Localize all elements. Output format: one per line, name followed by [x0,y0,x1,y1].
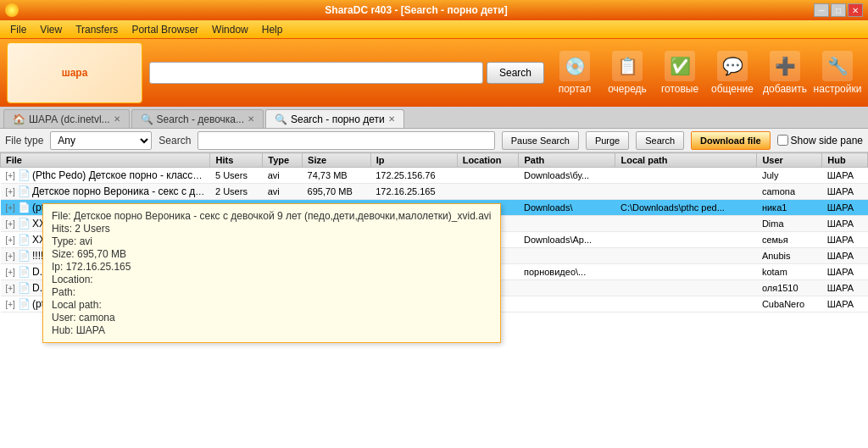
expand-btn[interactable]: [+] [6,268,15,277]
settings-icon: 🔧 [822,51,853,81]
menu-window[interactable]: Window [205,22,255,37]
maximize-button[interactable]: □ [831,3,846,17]
pause-search-button[interactable]: Pause Search [502,131,579,150]
title-bar: SharaDC r403 - [Search - порно дети] ─ □… [0,0,868,20]
portal-icon: 💿 [559,51,590,81]
col-path[interactable]: Path [519,153,615,168]
expand-btn[interactable]: [+] [6,284,15,293]
table-cell: C:\Downloads\pthc ped... [615,200,757,216]
tab-search1[interactable]: 🔍 Search - девочка... ✕ [131,109,264,128]
col-user[interactable]: User [757,153,822,168]
search-button[interactable]: Search [636,131,684,150]
main-search-area: Search [149,62,544,84]
ready-icon: ✅ [665,51,695,81]
file-icon: 📄 [18,169,31,181]
table-row[interactable]: [+] 📄(Pthc Pedo) Детское порно - классик… [1,168,868,184]
menu-transfers[interactable]: Transfers [69,22,125,37]
file-tooltip: File: Детское порно Вероника - секс с де… [42,203,501,343]
table-cell [519,184,615,200]
tab-search1-close[interactable]: ✕ [248,114,254,124]
tab-shara-label: ШАРА (dc.inetvl... [29,113,110,125]
filetype-select[interactable]: Any [50,131,152,150]
col-hits[interactable]: Hits [210,153,263,168]
menu-help[interactable]: Help [255,22,290,37]
col-size[interactable]: Size [303,153,371,168]
file-name: (Pthc Pedo) Детское порно - классик... [32,169,210,181]
filetype-label: File type [5,135,43,147]
table-cell: Anubis [757,248,822,264]
menu-view[interactable]: View [33,22,69,37]
download-file-button[interactable]: Download file [691,131,771,150]
menu-bar: File View Transfers Portal Browser Windo… [0,20,868,39]
col-ip[interactable]: Ip [370,153,457,168]
window-title: SharaDC r403 - [Search - порно дети] [19,4,814,16]
toolbar-portal[interactable]: 💿 портал [551,51,598,95]
tooltip-local-path: Local path: [52,299,492,311]
table-cell: ШАРА [822,280,868,296]
menu-portal-browser[interactable]: Portal Browser [125,22,205,37]
file-name: Детское порно Вероника - секс с де... [32,185,209,197]
toolbar-queue[interactable]: 📋 очередь [604,51,651,95]
table-cell: 5 Users [210,168,263,184]
tooltip-user: User: camona [52,312,492,324]
table-cell [457,168,519,184]
main-search-input[interactable] [149,62,483,84]
menu-file[interactable]: File [3,22,33,37]
file-icon: 📄 [18,234,31,246]
table-cell: ШАРА [822,296,868,312]
table-cell [615,168,757,184]
toolbar-icons: 💿 портал 📋 очередь ✅ готовые 💬 общение ➕… [551,51,861,95]
table-cell: avi [263,168,303,184]
col-type[interactable]: Type [263,153,303,168]
file-icon: 📄 [18,185,31,197]
table-container[interactable]: File Hits Type Size Ip Location Path Loc… [0,152,868,448]
table-row[interactable]: [+] 📄Детское порно Вероника - секс с де.… [1,184,868,200]
table-cell [519,296,615,312]
search-filter-input[interactable] [198,131,494,150]
table-cell: ШАРА [822,216,868,232]
portal-label: портал [559,83,592,95]
file-icon: 📄 [18,218,31,230]
col-hub[interactable]: Hub [822,153,868,168]
expand-btn[interactable]: [+] [6,235,15,245]
table-cell: семья [757,232,822,248]
table-cell: kotam [757,264,822,280]
table-cell: [+] 📄Детское порно Вероника - секс с де.… [1,184,210,200]
show-side-pane-checkbox[interactable] [777,135,788,146]
table-cell [519,248,615,264]
app-icon [5,3,19,17]
expand-btn[interactable]: [+] [6,219,15,229]
expand-btn[interactable]: [+] [6,187,15,196]
purge-button[interactable]: Purge [586,131,629,150]
table-cell: Dima [757,216,822,232]
main-search-button[interactable]: Search [487,62,544,84]
table-cell [615,216,757,232]
tab-shara[interactable]: 🏠 ШАРА (dc.inetvl... ✕ [3,109,130,128]
expand-btn[interactable]: [+] [6,252,15,261]
expand-btn[interactable]: [+] [6,171,15,180]
tooltip-type: Type: avi [52,235,492,247]
toolbar-ready[interactable]: ✅ готовые [656,51,704,95]
toolbar-settings[interactable]: 🔧 настройки [814,51,861,95]
table-cell: Downloads\Ap... [519,232,615,248]
col-local-path[interactable]: Local path [615,153,757,168]
table-cell: 74,73 MB [303,168,371,184]
show-side-pane-label[interactable]: Show side pane [777,135,863,147]
close-button[interactable]: ✕ [848,3,863,17]
expand-btn[interactable]: [+] [6,300,15,309]
tab-search2[interactable]: 🔍 Search - порно дети ✕ [265,109,404,128]
col-file[interactable]: File [1,153,210,168]
table-cell [519,216,615,232]
table-cell: Downloads\бу... [519,168,615,184]
tab-shara-close[interactable]: ✕ [114,114,120,124]
tab-search2-close[interactable]: ✕ [388,114,395,124]
minimize-button[interactable]: ─ [814,3,829,17]
toolbar-chat[interactable]: 💬 общение [709,51,756,95]
table-cell [519,280,615,296]
col-location[interactable]: Location [457,153,519,168]
table-cell: порновидео\... [519,264,615,280]
expand-btn[interactable]: [+] [6,203,15,213]
tab-search1-label: Search - девочка... [157,113,244,125]
file-icon: 📄 [18,282,31,294]
toolbar-add[interactable]: ➕ добавить [761,51,809,95]
